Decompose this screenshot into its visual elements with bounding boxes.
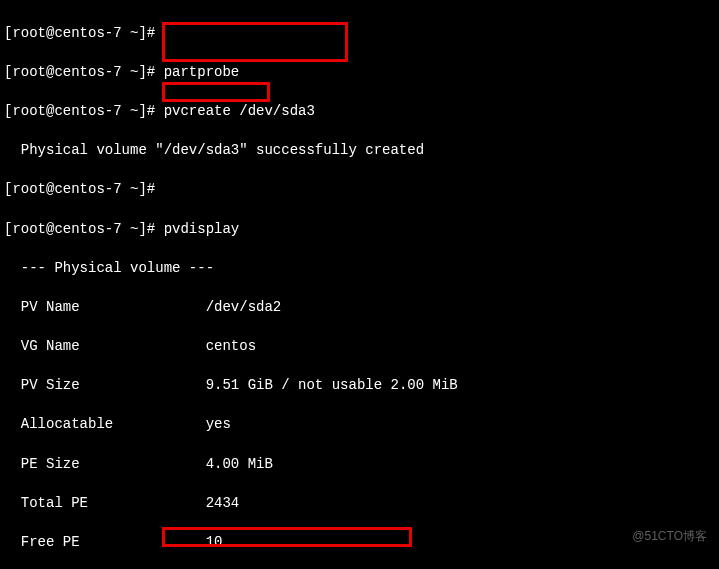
pv1-totalpe: Total PE 2434 [4, 494, 715, 514]
prompt: [root@centos-7 ~]# [4, 103, 155, 119]
prompt: [root@centos-7 ~]# [4, 25, 155, 41]
pv1-pesize: PE Size 4.00 MiB [4, 455, 715, 475]
pv1-size: PV Size 9.51 GiB / not usable 2.00 MiB [4, 376, 715, 396]
field-label: VG Name [4, 338, 80, 354]
prompt: [root@centos-7 ~]# [4, 64, 155, 80]
prompt-line[interactable]: [root@centos-7 ~]# pvdisplay [4, 220, 715, 240]
prompt: [root@centos-7 ~]# [4, 181, 155, 197]
field-value: /dev/sda2 [206, 299, 282, 315]
field-label: PV Name [4, 299, 80, 315]
terminal-output: [root@centos-7 ~]# [root@centos-7 ~]# pa… [4, 4, 715, 569]
prompt-line[interactable]: [root@centos-7 ~]# [4, 24, 715, 44]
pv-header: --- Physical volume --- [4, 259, 715, 279]
pv1-freepe: Free PE 10 [4, 533, 715, 553]
watermark: @51CTO博客 [632, 528, 707, 545]
command-pvdisplay: pvdisplay [155, 221, 239, 237]
field-value: yes [206, 416, 231, 432]
prompt-line[interactable]: [root@centos-7 ~]# [4, 180, 715, 200]
field-value: 4.00 MiB [206, 456, 273, 472]
field-label: Total PE [4, 495, 88, 511]
field-label: PE Size [4, 456, 80, 472]
prompt-line[interactable]: [root@centos-7 ~]# partprobe [4, 63, 715, 83]
pv1-vg: VG Name centos [4, 337, 715, 357]
pv1-name: PV Name /dev/sda2 [4, 298, 715, 318]
prompt-line[interactable]: [root@centos-7 ~]# pvcreate /dev/sda3 [4, 102, 715, 122]
field-label: PV Size [4, 377, 80, 393]
output-pvcreate: Physical volume "/dev/sda3" successfully… [4, 141, 715, 161]
pv1-alloc: Allocatable yes [4, 415, 715, 435]
field-value: 10 [206, 534, 223, 550]
field-value: 9.51 GiB / not usable 2.00 MiB [206, 377, 458, 393]
field-value: centos [206, 338, 256, 354]
field-label: Allocatable [4, 416, 113, 432]
command-pvcreate: pvcreate /dev/sda3 [155, 103, 315, 119]
prompt: [root@centos-7 ~]# [4, 221, 155, 237]
field-value: 2434 [206, 495, 240, 511]
command-partprobe: partprobe [155, 64, 239, 80]
field-label: Free PE [4, 534, 80, 550]
